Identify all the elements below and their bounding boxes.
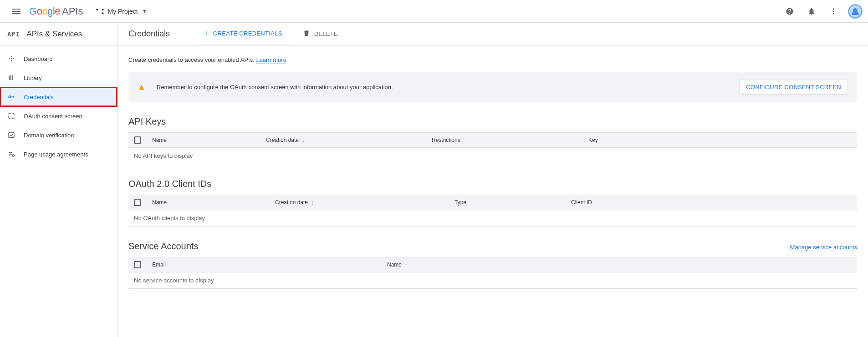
sidebar-item-label: Dashboard (24, 55, 53, 62)
select-all-checkbox[interactable] (134, 136, 141, 144)
notifications-button[interactable] (802, 2, 821, 20)
svg-point-2 (833, 13, 834, 14)
help-button[interactable] (781, 2, 799, 20)
sidebar-item-dashboard[interactable]: Dashboard (0, 49, 117, 68)
top-bar: Google APIs ● My Project ▼ (0, 0, 868, 23)
library-icon (7, 74, 24, 82)
section-title: Service Accounts (128, 241, 198, 251)
intro-text-content: Create credentials to access your enable… (128, 56, 255, 63)
alert-text: Remember to configure the OAuth consent … (157, 84, 739, 91)
learn-more-link[interactable]: Learn more (256, 56, 286, 64)
select-all-checkbox[interactable] (134, 261, 141, 268)
api-keys-table-header: Name Creation date ↓ Restrictions Key (128, 132, 857, 148)
oauth-empty: No OAuth clients to display (128, 210, 857, 226)
api-keys-empty: No API keys to display (128, 148, 857, 164)
verification-icon (7, 131, 24, 139)
bell-icon (807, 7, 816, 15)
column-email[interactable]: Email (152, 262, 387, 268)
svg-rect-18 (9, 156, 11, 156)
create-credentials-label: CREATE CREDENTIALS (213, 30, 282, 37)
warning-icon: ▲ (138, 82, 146, 92)
column-client-id[interactable]: Client ID (571, 199, 852, 206)
project-icon: ● (96, 7, 104, 15)
sidebar-item-domain-verification[interactable]: Domain verification (0, 126, 117, 145)
oauth-table-header: Name Creation date ↓ Type Client ID (128, 195, 857, 210)
svg-point-0 (833, 8, 834, 10)
kebab-icon (829, 7, 837, 15)
chevron-down-icon: ▼ (143, 9, 147, 14)
section-title: OAuth 2.0 Client IDs (128, 179, 857, 189)
sidebar-nav: Dashboard Library Credentials OAuth cons… (0, 45, 117, 164)
sidebar-item-oauth-consent[interactable]: OAuth consent screen (0, 106, 117, 126)
service-table-header: Email Name ↑ (128, 257, 857, 272)
more-button[interactable] (824, 2, 842, 20)
sidebar-item-library[interactable]: Library (0, 68, 117, 87)
sidebar-item-label: Page usage agreements (24, 151, 88, 158)
column-name[interactable]: Name (152, 137, 266, 143)
select-all-checkbox[interactable] (134, 199, 141, 206)
trash-icon (302, 29, 311, 39)
oauth-clients-section: OAuth 2.0 Client IDs Name Creation date … (128, 179, 857, 226)
service-empty: No service accounts to display (128, 272, 857, 289)
api-badge: API (7, 30, 20, 38)
column-label: Creation date (266, 137, 299, 143)
svg-rect-10 (12, 75, 13, 80)
svg-rect-13 (14, 96, 15, 98)
help-icon (786, 7, 794, 15)
sidebar-item-label: Library (24, 75, 42, 81)
intro-text: Create credentials to access your enable… (128, 56, 857, 63)
project-selector[interactable]: ● My Project ▼ (92, 5, 150, 18)
consent-screen-icon (7, 112, 24, 120)
section-title: API Keys (128, 116, 857, 127)
svg-point-19 (12, 155, 15, 157)
column-name[interactable]: Name ↑ (387, 261, 852, 268)
svg-rect-8 (9, 75, 10, 80)
main-content: Credentials + CREATE CREDENTIALS DELETE … (117, 23, 868, 337)
svg-rect-9 (10, 75, 11, 80)
sort-arrow-down-icon: ↓ (301, 136, 305, 144)
column-label: Name (387, 262, 402, 268)
hamburger-menu-button[interactable] (5, 0, 27, 22)
sidebar: API APIs & Services Dashboard Library (0, 23, 117, 337)
logo-suffix: APIs (62, 5, 83, 17)
sidebar-item-label: OAuth consent screen (24, 113, 82, 120)
account-avatar[interactable] (848, 4, 863, 19)
service-accounts-section: Service Accounts Manage service accounts… (128, 241, 857, 289)
sidebar-item-label: Credentials (24, 94, 54, 101)
google-logo: Google (29, 5, 60, 17)
svg-point-3 (11, 58, 12, 60)
column-type[interactable]: Type (454, 199, 571, 206)
sidebar-item-page-usage[interactable]: Page usage agreements (0, 145, 117, 164)
sidebar-header: API APIs & Services (0, 23, 117, 45)
svg-point-6 (11, 56, 12, 57)
column-key[interactable]: Key (588, 137, 852, 143)
logo-area[interactable]: Google APIs (29, 5, 83, 17)
create-credentials-button[interactable]: + CREATE CREDENTIALS (203, 26, 284, 41)
svg-point-4 (9, 58, 10, 59)
sidebar-title: APIs & Services (26, 30, 82, 39)
settings-list-icon (7, 150, 24, 158)
column-restrictions[interactable]: Restrictions (432, 137, 588, 143)
svg-rect-15 (9, 133, 14, 138)
manage-service-accounts-link[interactable]: Manage service accounts (790, 244, 857, 251)
column-name[interactable]: Name (152, 199, 275, 206)
svg-point-7 (11, 60, 12, 61)
project-name: My Project (107, 8, 138, 15)
sort-arrow-up-icon: ↑ (404, 261, 408, 268)
column-label: Creation date (275, 199, 308, 206)
page-header: Credentials + CREATE CREDENTIALS DELETE (117, 23, 868, 45)
delete-button[interactable]: DELETE (301, 26, 340, 42)
svg-rect-16 (9, 152, 12, 153)
svg-point-1 (833, 10, 834, 12)
column-creation-date[interactable]: Creation date ↓ (266, 136, 432, 144)
svg-point-5 (13, 58, 14, 59)
configure-consent-button[interactable]: CONFIGURE CONSENT SCREEN (739, 80, 848, 95)
hamburger-icon (12, 9, 20, 14)
sidebar-item-credentials[interactable]: Credentials (0, 87, 117, 106)
svg-rect-14 (9, 114, 14, 119)
plus-icon: + (204, 29, 209, 38)
delete-label: DELETE (314, 30, 338, 37)
consent-alert: ▲ Remember to configure the OAuth consen… (128, 72, 857, 102)
column-creation-date[interactable]: Creation date ↓ (275, 199, 454, 206)
sort-arrow-down-icon: ↓ (311, 199, 314, 206)
